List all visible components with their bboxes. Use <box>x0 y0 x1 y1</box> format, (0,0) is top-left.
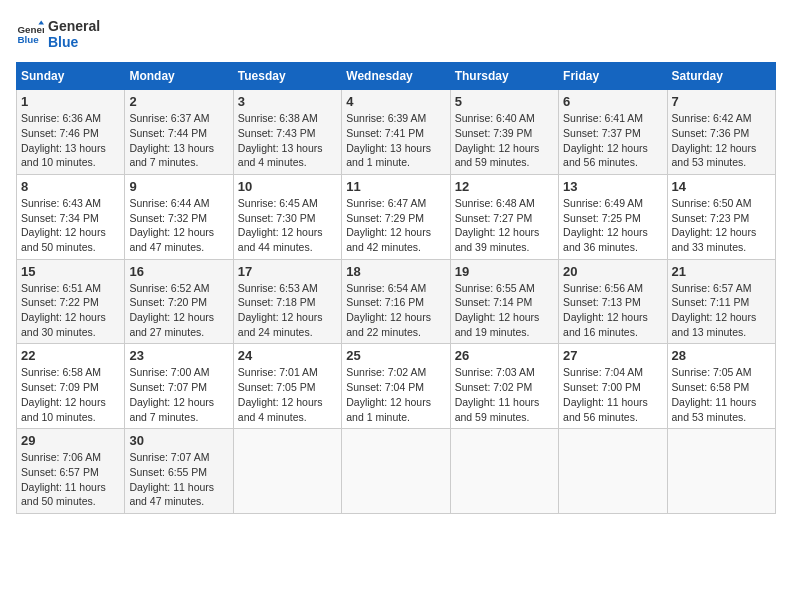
col-header-thursday: Thursday <box>450 63 558 90</box>
calendar-cell <box>342 429 450 514</box>
calendar-cell: 12Sunrise: 6:48 AMSunset: 7:27 PMDayligh… <box>450 174 558 259</box>
calendar-cell: 10Sunrise: 6:45 AMSunset: 7:30 PMDayligh… <box>233 174 341 259</box>
svg-marker-2 <box>38 20 44 24</box>
calendar-cell: 27Sunrise: 7:04 AMSunset: 7:00 PMDayligh… <box>559 344 667 429</box>
calendar-cell: 18Sunrise: 6:54 AMSunset: 7:16 PMDayligh… <box>342 259 450 344</box>
calendar-row: 8Sunrise: 6:43 AMSunset: 7:34 PMDaylight… <box>17 174 776 259</box>
day-number: 17 <box>238 264 337 279</box>
day-info: Sunrise: 7:04 AMSunset: 7:00 PMDaylight:… <box>563 366 648 422</box>
calendar-cell: 28Sunrise: 7:05 AMSunset: 6:58 PMDayligh… <box>667 344 775 429</box>
day-number: 2 <box>129 94 228 109</box>
day-info: Sunrise: 6:42 AMSunset: 7:36 PMDaylight:… <box>672 112 757 168</box>
calendar-cell: 5Sunrise: 6:40 AMSunset: 7:39 PMDaylight… <box>450 90 558 175</box>
day-number: 30 <box>129 433 228 448</box>
day-info: Sunrise: 6:44 AMSunset: 7:32 PMDaylight:… <box>129 197 214 253</box>
calendar-cell: 22Sunrise: 6:58 AMSunset: 7:09 PMDayligh… <box>17 344 125 429</box>
svg-text:Blue: Blue <box>17 34 39 45</box>
day-number: 25 <box>346 348 445 363</box>
calendar-header-row: SundayMondayTuesdayWednesdayThursdayFrid… <box>17 63 776 90</box>
day-info: Sunrise: 6:40 AMSunset: 7:39 PMDaylight:… <box>455 112 540 168</box>
calendar-cell <box>450 429 558 514</box>
col-header-friday: Friday <box>559 63 667 90</box>
day-number: 13 <box>563 179 662 194</box>
day-number: 23 <box>129 348 228 363</box>
calendar-cell: 20Sunrise: 6:56 AMSunset: 7:13 PMDayligh… <box>559 259 667 344</box>
calendar-cell: 1Sunrise: 6:36 AMSunset: 7:46 PMDaylight… <box>17 90 125 175</box>
day-info: Sunrise: 7:05 AMSunset: 6:58 PMDaylight:… <box>672 366 757 422</box>
day-info: Sunrise: 6:50 AMSunset: 7:23 PMDaylight:… <box>672 197 757 253</box>
day-number: 19 <box>455 264 554 279</box>
day-info: Sunrise: 7:01 AMSunset: 7:05 PMDaylight:… <box>238 366 323 422</box>
logo-text-blue: Blue <box>48 34 100 50</box>
day-number: 20 <box>563 264 662 279</box>
day-info: Sunrise: 6:52 AMSunset: 7:20 PMDaylight:… <box>129 282 214 338</box>
col-header-tuesday: Tuesday <box>233 63 341 90</box>
calendar-cell: 4Sunrise: 6:39 AMSunset: 7:41 PMDaylight… <box>342 90 450 175</box>
calendar-row: 29Sunrise: 7:06 AMSunset: 6:57 PMDayligh… <box>17 429 776 514</box>
col-header-sunday: Sunday <box>17 63 125 90</box>
calendar-cell: 3Sunrise: 6:38 AMSunset: 7:43 PMDaylight… <box>233 90 341 175</box>
day-info: Sunrise: 6:47 AMSunset: 7:29 PMDaylight:… <box>346 197 431 253</box>
calendar-row: 15Sunrise: 6:51 AMSunset: 7:22 PMDayligh… <box>17 259 776 344</box>
calendar-cell: 2Sunrise: 6:37 AMSunset: 7:44 PMDaylight… <box>125 90 233 175</box>
day-number: 15 <box>21 264 120 279</box>
day-info: Sunrise: 6:43 AMSunset: 7:34 PMDaylight:… <box>21 197 106 253</box>
calendar-cell: 19Sunrise: 6:55 AMSunset: 7:14 PMDayligh… <box>450 259 558 344</box>
day-info: Sunrise: 6:54 AMSunset: 7:16 PMDaylight:… <box>346 282 431 338</box>
day-number: 12 <box>455 179 554 194</box>
day-info: Sunrise: 7:03 AMSunset: 7:02 PMDaylight:… <box>455 366 540 422</box>
day-number: 6 <box>563 94 662 109</box>
calendar-cell: 8Sunrise: 6:43 AMSunset: 7:34 PMDaylight… <box>17 174 125 259</box>
day-info: Sunrise: 7:02 AMSunset: 7:04 PMDaylight:… <box>346 366 431 422</box>
day-info: Sunrise: 7:06 AMSunset: 6:57 PMDaylight:… <box>21 451 106 507</box>
calendar-row: 22Sunrise: 6:58 AMSunset: 7:09 PMDayligh… <box>17 344 776 429</box>
logo-icon: General Blue <box>16 19 44 47</box>
calendar-cell: 11Sunrise: 6:47 AMSunset: 7:29 PMDayligh… <box>342 174 450 259</box>
calendar-cell: 16Sunrise: 6:52 AMSunset: 7:20 PMDayligh… <box>125 259 233 344</box>
calendar-cell: 13Sunrise: 6:49 AMSunset: 7:25 PMDayligh… <box>559 174 667 259</box>
day-number: 4 <box>346 94 445 109</box>
day-number: 5 <box>455 94 554 109</box>
day-number: 1 <box>21 94 120 109</box>
page-header: General Blue General Blue <box>16 16 776 50</box>
calendar-cell: 25Sunrise: 7:02 AMSunset: 7:04 PMDayligh… <box>342 344 450 429</box>
day-info: Sunrise: 6:49 AMSunset: 7:25 PMDaylight:… <box>563 197 648 253</box>
calendar-cell: 9Sunrise: 6:44 AMSunset: 7:32 PMDaylight… <box>125 174 233 259</box>
day-number: 21 <box>672 264 771 279</box>
col-header-wednesday: Wednesday <box>342 63 450 90</box>
day-number: 24 <box>238 348 337 363</box>
day-number: 9 <box>129 179 228 194</box>
day-number: 18 <box>346 264 445 279</box>
day-number: 28 <box>672 348 771 363</box>
calendar-cell: 29Sunrise: 7:06 AMSunset: 6:57 PMDayligh… <box>17 429 125 514</box>
calendar-cell: 17Sunrise: 6:53 AMSunset: 7:18 PMDayligh… <box>233 259 341 344</box>
calendar-cell <box>233 429 341 514</box>
day-number: 26 <box>455 348 554 363</box>
col-header-saturday: Saturday <box>667 63 775 90</box>
day-info: Sunrise: 6:36 AMSunset: 7:46 PMDaylight:… <box>21 112 106 168</box>
logo-text-general: General <box>48 18 100 34</box>
day-number: 11 <box>346 179 445 194</box>
calendar-cell: 26Sunrise: 7:03 AMSunset: 7:02 PMDayligh… <box>450 344 558 429</box>
calendar-cell: 7Sunrise: 6:42 AMSunset: 7:36 PMDaylight… <box>667 90 775 175</box>
day-info: Sunrise: 6:38 AMSunset: 7:43 PMDaylight:… <box>238 112 323 168</box>
day-info: Sunrise: 6:45 AMSunset: 7:30 PMDaylight:… <box>238 197 323 253</box>
day-info: Sunrise: 7:00 AMSunset: 7:07 PMDaylight:… <box>129 366 214 422</box>
day-info: Sunrise: 6:37 AMSunset: 7:44 PMDaylight:… <box>129 112 214 168</box>
day-number: 8 <box>21 179 120 194</box>
day-number: 22 <box>21 348 120 363</box>
day-info: Sunrise: 6:55 AMSunset: 7:14 PMDaylight:… <box>455 282 540 338</box>
day-info: Sunrise: 6:58 AMSunset: 7:09 PMDaylight:… <box>21 366 106 422</box>
day-number: 16 <box>129 264 228 279</box>
calendar-cell: 6Sunrise: 6:41 AMSunset: 7:37 PMDaylight… <box>559 90 667 175</box>
calendar-cell: 21Sunrise: 6:57 AMSunset: 7:11 PMDayligh… <box>667 259 775 344</box>
day-info: Sunrise: 7:07 AMSunset: 6:55 PMDaylight:… <box>129 451 214 507</box>
calendar-row: 1Sunrise: 6:36 AMSunset: 7:46 PMDaylight… <box>17 90 776 175</box>
day-number: 27 <box>563 348 662 363</box>
day-info: Sunrise: 6:39 AMSunset: 7:41 PMDaylight:… <box>346 112 431 168</box>
calendar-cell <box>559 429 667 514</box>
logo: General Blue General Blue <box>16 16 100 50</box>
calendar-cell: 15Sunrise: 6:51 AMSunset: 7:22 PMDayligh… <box>17 259 125 344</box>
day-number: 14 <box>672 179 771 194</box>
day-info: Sunrise: 6:41 AMSunset: 7:37 PMDaylight:… <box>563 112 648 168</box>
